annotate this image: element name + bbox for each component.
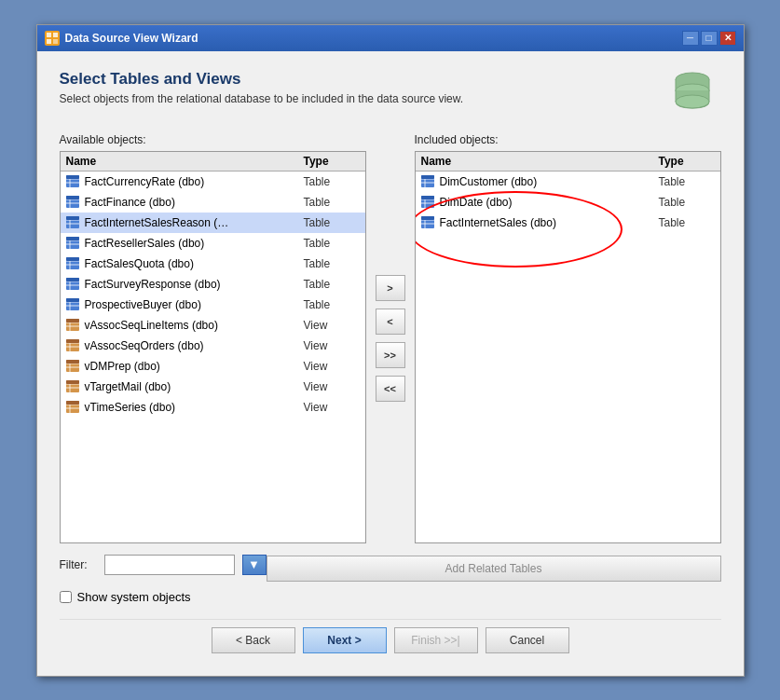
svg-rect-26 — [66, 237, 79, 240]
available-list[interactable]: Name Type FactCurrencyRate (dbo)TableFac… — [60, 151, 366, 543]
available-list-item[interactable]: ProspectiveBuyer (dbo)Table — [61, 295, 365, 315]
svg-rect-66 — [66, 401, 79, 405]
available-item-type: View — [304, 319, 360, 332]
svg-rect-56 — [66, 360, 79, 364]
available-list-item[interactable]: vDMPrep (dbo)View — [61, 356, 365, 377]
show-system-objects-label[interactable]: Show system objects — [77, 590, 191, 604]
available-item-name: FactSurveyResponse (dbo) — [85, 278, 304, 291]
available-item-name: FactFinance (dbo) — [85, 196, 304, 209]
add-related-tables-button[interactable]: Add Related Tables — [267, 556, 721, 582]
included-label: Included objects: — [415, 133, 721, 146]
table-icon — [421, 175, 436, 188]
included-item-name: FactInternetSales (dbo) — [440, 216, 659, 229]
available-panel: Available objects: Name Type FactCurrenc… — [60, 133, 366, 543]
included-items-container: DimCustomer (dbo)TableDimDate (dbo)Table… — [416, 172, 720, 233]
move-all-right-button[interactable]: >> — [376, 342, 405, 368]
available-item-type: Table — [304, 237, 360, 250]
view-icon — [66, 380, 81, 393]
svg-rect-31 — [66, 257, 79, 261]
close-button[interactable]: ✕ — [719, 31, 736, 46]
table-icon — [421, 216, 436, 229]
move-all-left-button[interactable]: << — [376, 376, 405, 402]
page-subtitle: Select objects from the relational datab… — [60, 92, 464, 105]
available-list-item[interactable]: FactSurveyResponse (dbo)Table — [61, 274, 365, 295]
back-button[interactable]: < Back — [212, 627, 295, 653]
available-list-item[interactable]: vAssocSeqLineItems (dbo)View — [61, 315, 365, 336]
available-list-item[interactable]: vTargetMail (dbo)View — [61, 377, 365, 397]
move-right-button[interactable]: > — [376, 275, 405, 301]
included-col-type: Type — [659, 155, 715, 168]
available-list-item[interactable]: vAssocSeqOrders (dbo)View — [61, 336, 365, 356]
included-item-type: Table — [659, 216, 715, 229]
svg-rect-0 — [47, 33, 51, 37]
filter-button[interactable]: ▼ — [242, 555, 267, 575]
filter-icon: ▼ — [248, 557, 260, 571]
svg-rect-71 — [421, 175, 434, 179]
view-icon — [66, 401, 81, 414]
included-header: Name Type — [416, 152, 720, 172]
available-item-name: vTimeSeries (dbo) — [85, 401, 304, 414]
included-item-name: DimDate (dbo) — [440, 196, 659, 209]
svg-rect-11 — [66, 175, 79, 179]
available-item-type: Table — [304, 216, 360, 229]
transfer-buttons: > < >> << — [366, 133, 415, 543]
view-icon — [66, 360, 81, 373]
main-panels: Available objects: Name Type FactCurrenc… — [60, 133, 721, 543]
included-panel: Included objects: Name Type DimCustomer … — [415, 133, 721, 543]
available-item-type: View — [304, 380, 360, 393]
included-list-item[interactable]: DimCustomer (dbo)Table — [416, 172, 720, 192]
filter-input[interactable] — [104, 555, 235, 575]
included-col-name: Name — [421, 155, 659, 168]
table-icon — [421, 196, 436, 209]
cancel-button[interactable]: Cancel — [486, 627, 569, 653]
svg-rect-3 — [53, 39, 58, 44]
maximize-button[interactable]: □ — [701, 31, 718, 46]
available-list-item[interactable]: FactInternetSalesReason (…Table — [61, 213, 365, 233]
available-list-item[interactable]: vTimeSeries (dbo)View — [61, 397, 365, 418]
available-list-item[interactable]: FactCurrencyRate (dbo)Table — [61, 172, 365, 192]
next-button[interactable]: Next > — [303, 627, 387, 653]
included-item-type: Table — [659, 196, 715, 209]
available-items-container: FactCurrencyRate (dbo)TableFactFinance (… — [61, 172, 365, 418]
title-bar: Data Source View Wizard ─ □ ✕ — [37, 25, 744, 51]
included-item-type: Table — [659, 175, 715, 188]
footer-buttons: < Back Next > Finish >>| Cancel — [60, 619, 721, 661]
bottom-controls: Filter: ▼ Add Related Tables — [60, 555, 721, 583]
svg-rect-81 — [421, 216, 434, 220]
available-item-type: Table — [304, 196, 360, 209]
filter-label: Filter: — [60, 558, 97, 571]
available-item-type: Table — [304, 298, 360, 311]
available-list-item[interactable]: FactFinance (dbo)Table — [61, 192, 365, 213]
view-icon — [66, 319, 81, 332]
svg-point-6 — [676, 95, 709, 108]
included-list-item[interactable]: DimDate (dbo)Table — [416, 192, 720, 213]
view-icon — [66, 339, 81, 352]
svg-rect-36 — [66, 278, 79, 281]
included-list[interactable]: Name Type DimCustomer (dbo)TableDimDate … — [415, 151, 721, 543]
svg-rect-61 — [66, 380, 79, 384]
available-item-name: FactResellerSales (dbo) — [85, 237, 304, 250]
show-system-objects-checkbox[interactable] — [60, 591, 72, 603]
wizard-window: Data Source View Wizard ─ □ ✕ Select Tab… — [36, 24, 745, 677]
minimize-button[interactable]: ─ — [682, 31, 699, 46]
available-list-item[interactable]: FactSalesQuota (dbo)Table — [61, 254, 365, 274]
available-item-name: vAssocSeqOrders (dbo) — [85, 339, 304, 352]
header-text: Select Tables and Views Select objects f… — [60, 70, 464, 105]
available-item-type: View — [304, 339, 360, 352]
header-section: Select Tables and Views Select objects f… — [60, 70, 721, 117]
available-col-type: Type — [304, 155, 360, 168]
table-icon — [66, 298, 81, 311]
available-item-type: View — [304, 401, 360, 414]
finish-button[interactable]: Finish >>| — [394, 627, 478, 653]
app-icon — [45, 31, 60, 46]
table-icon — [66, 196, 81, 209]
svg-rect-21 — [66, 216, 79, 220]
available-item-type: Table — [304, 278, 360, 291]
available-list-item[interactable]: FactResellerSales (dbo)Table — [61, 233, 365, 254]
window-title: Data Source View Wizard — [65, 32, 198, 45]
svg-rect-2 — [47, 39, 51, 44]
table-icon — [66, 237, 81, 250]
move-left-button[interactable]: < — [376, 309, 405, 335]
included-list-item[interactable]: FactInternetSales (dbo)Table — [416, 213, 720, 233]
svg-rect-41 — [66, 298, 79, 302]
